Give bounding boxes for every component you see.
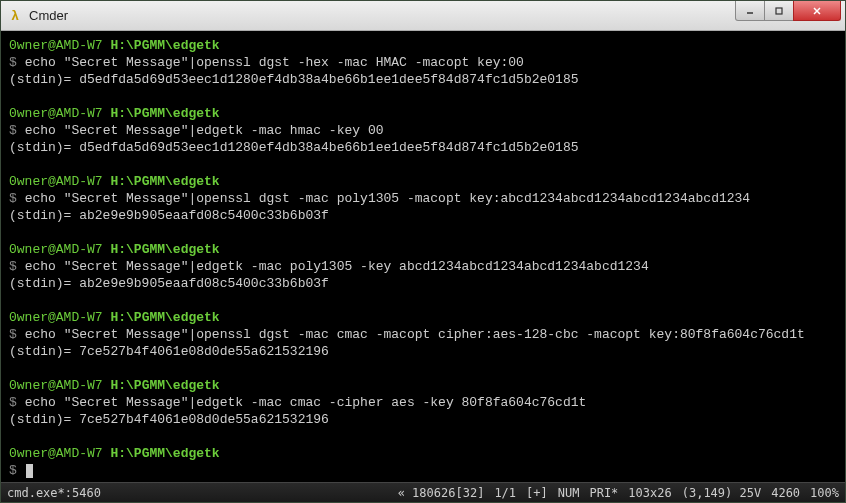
command-line: echo "Secret Message"|openssl dgst -hex … [25, 55, 524, 70]
command-output: (stdin)= d5edfda5d69d53eec1d1280ef4db38a… [9, 72, 579, 87]
command-line: echo "Secret Message"|edgetk -mac cmac -… [25, 395, 587, 410]
prompt-path: H:\PGMM\edgetk [110, 446, 219, 461]
prompt-path: H:\PGMM\edgetk [110, 310, 219, 325]
prompt-user: 0wner@AMD-W7 [9, 106, 103, 121]
status-item[interactable]: (3,149) 25V [682, 486, 761, 500]
status-item[interactable]: 100% [810, 486, 839, 500]
prompt-user: 0wner@AMD-W7 [9, 310, 103, 325]
prompt-symbol: $ [9, 259, 17, 274]
prompt-path: H:\PGMM\edgetk [110, 378, 219, 393]
prompt-path: H:\PGMM\edgetk [110, 106, 219, 121]
app-icon: λ [7, 8, 23, 24]
status-item[interactable]: PRI* [589, 486, 618, 500]
command-output: (stdin)= 7ce527b4f4061e08d0de55a62153219… [9, 344, 329, 359]
statusbar: cmd.exe*:5460 « 180626[32]1/1[+]NUMPRI*1… [1, 482, 845, 502]
svg-rect-1 [776, 8, 782, 14]
command-output: (stdin)= ab2e9e9b905eaafd08c5400c33b6b03… [9, 208, 329, 223]
prompt-symbol: $ [9, 395, 17, 410]
prompt-user: 0wner@AMD-W7 [9, 378, 103, 393]
status-process[interactable]: cmd.exe*:5460 [7, 486, 101, 500]
window-controls [736, 1, 845, 21]
prompt-symbol: $ [9, 327, 17, 342]
minimize-button[interactable] [735, 1, 765, 21]
maximize-button[interactable] [764, 1, 794, 21]
prompt-symbol: $ [9, 55, 17, 70]
prompt-path: H:\PGMM\edgetk [110, 38, 219, 53]
status-item[interactable]: 103x26 [628, 486, 671, 500]
command-line: echo "Secret Message"|edgetk -mac hmac -… [25, 123, 384, 138]
status-item[interactable]: 1/1 [494, 486, 516, 500]
prompt-symbol: $ [9, 191, 17, 206]
terminal[interactable]: 0wner@AMD-W7 H:\PGMM\edgetk $ echo "Secr… [1, 31, 845, 482]
command-line: echo "Secret Message"|openssl dgst -mac … [25, 327, 805, 342]
command-output: (stdin)= ab2e9e9b905eaafd08c5400c33b6b03… [9, 276, 329, 291]
status-item[interactable]: 4260 [771, 486, 800, 500]
status-item[interactable]: NUM [558, 486, 580, 500]
command-line: echo "Secret Message"|openssl dgst -mac … [25, 191, 751, 206]
status-item[interactable]: [+] [526, 486, 548, 500]
cursor [26, 464, 33, 478]
command-output: (stdin)= d5edfda5d69d53eec1d1280ef4db38a… [9, 140, 579, 155]
prompt-symbol: $ [9, 123, 17, 138]
prompt-user: 0wner@AMD-W7 [9, 242, 103, 257]
status-right: « 180626[32]1/1[+]NUMPRI*103x26(3,149) 2… [398, 486, 839, 500]
prompt-path: H:\PGMM\edgetk [110, 174, 219, 189]
command-line: echo "Secret Message"|edgetk -mac poly13… [25, 259, 649, 274]
close-button[interactable] [793, 1, 841, 21]
prompt-path: H:\PGMM\edgetk [110, 242, 219, 257]
prompt-user: 0wner@AMD-W7 [9, 174, 103, 189]
prompt-user: 0wner@AMD-W7 [9, 38, 103, 53]
prompt-symbol: $ [9, 463, 17, 478]
status-item[interactable]: « 180626[32] [398, 486, 485, 500]
command-output: (stdin)= 7ce527b4f4061e08d0de55a62153219… [9, 412, 329, 427]
app-window: λ Cmder 0wner@AMD-W7 H:\PGMM\edgetk $ ec… [0, 0, 846, 503]
window-title: Cmder [29, 8, 736, 23]
lambda-icon: λ [11, 8, 18, 23]
prompt-user: 0wner@AMD-W7 [9, 446, 103, 461]
titlebar[interactable]: λ Cmder [1, 1, 845, 31]
